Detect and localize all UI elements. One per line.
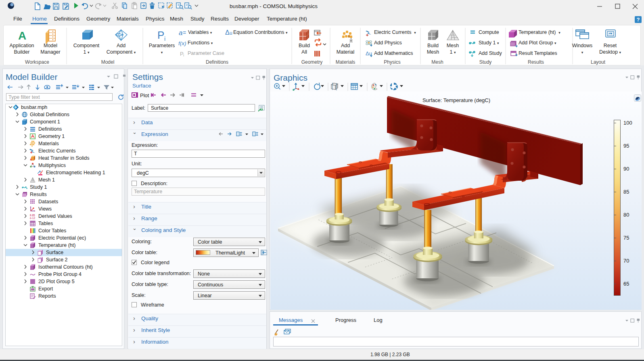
svg-text:=: = [183,29,186,36]
svg-text:Δ: Δ [225,29,230,36]
svg-text:f(x): f(x) [178,40,186,46]
svg-text:a: a [179,29,182,37]
svg-text:i: i [183,53,184,57]
svg-text:e-12: e-12 [30,217,35,219]
svg-text:A: A [18,29,26,42]
svg-text:8.85: 8.85 [30,214,35,217]
svg-text:P: P [157,29,164,41]
svg-text:u: u [230,30,232,36]
svg-text:i: i [164,35,165,42]
